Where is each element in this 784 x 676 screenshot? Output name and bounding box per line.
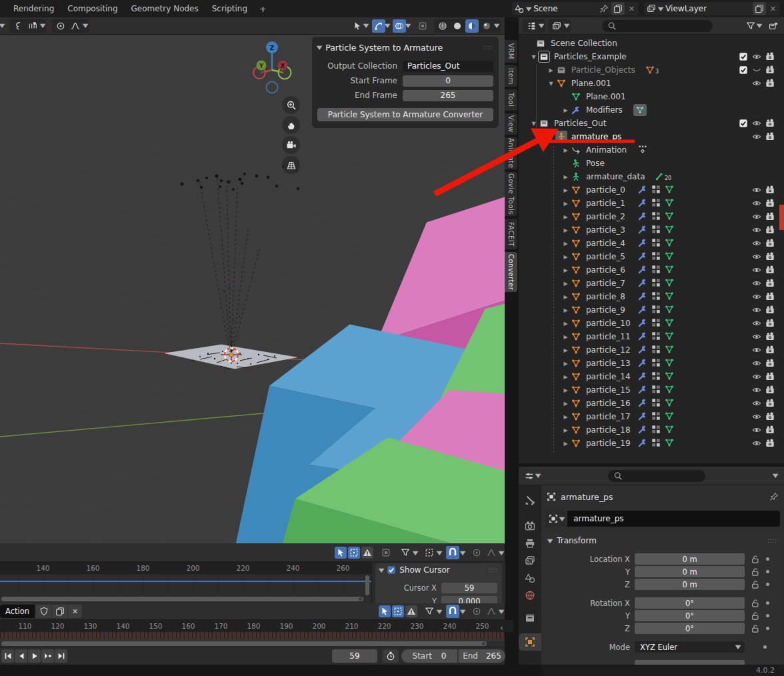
outliner-row-scene-collection[interactable]: Scene Collection (519, 37, 784, 50)
eye-icon[interactable] (752, 412, 761, 421)
expand-arrow-icon[interactable]: ▶ (561, 427, 570, 433)
outliner-row-particle[interactable]: ▶ particle_9 (519, 303, 784, 317)
previous-frame-button[interactable] (15, 649, 27, 663)
expand-arrow-icon[interactable]: ▶ (561, 227, 570, 233)
eye-icon[interactable] (752, 425, 761, 435)
camera-icon[interactable] (765, 345, 775, 355)
cursor-y-field[interactable]: 0.000 (441, 596, 497, 603)
scene-selector[interactable]: ▼ Scene ✕ (512, 2, 639, 15)
falloff-curve-icon[interactable] (485, 605, 498, 618)
outliner-display-mode[interactable]: ▼ (523, 19, 545, 33)
expand-arrow-icon[interactable]: ▶ (561, 107, 570, 113)
outliner-row-armature-ps[interactable]: ▼ armature_ps (519, 130, 784, 143)
collapse-icon[interactable]: ▼ (379, 567, 385, 573)
cursor-x-field[interactable]: 59 (441, 583, 497, 593)
eye-icon[interactable] (752, 439, 761, 448)
drag-handle-icon[interactable]: :::: (483, 44, 493, 51)
camera-icon[interactable] (765, 79, 775, 88)
toggle-ortho-button[interactable] (282, 156, 300, 174)
animate-dot[interactable] (766, 614, 769, 617)
proportional-editing-icon[interactable] (54, 19, 67, 33)
lock-open-icon[interactable] (751, 555, 760, 564)
outliner-row-particle[interactable]: ▶ particle_4 (519, 237, 784, 250)
tab-tool[interactable]: Tool (505, 89, 517, 111)
collapse-icon[interactable]: ▼ (547, 538, 553, 544)
camera-icon[interactable] (765, 119, 775, 128)
tab-item[interactable]: Item (505, 65, 517, 87)
expand-arrow-icon[interactable]: ▶ (561, 387, 570, 393)
lock-open-icon[interactable] (751, 567, 760, 577)
expand-arrow-icon[interactable]: ▶ (561, 241, 570, 247)
tab-faceit[interactable]: FACEIT (505, 219, 517, 249)
remove-viewlayer-icon[interactable]: ✕ (769, 5, 777, 13)
eye-icon[interactable] (752, 279, 761, 288)
camera-icon[interactable] (765, 372, 775, 381)
outliner-row-particle[interactable]: ▶ particle_13 (519, 357, 784, 370)
outliner-row-particle[interactable]: ▶ particle_16 (519, 397, 784, 410)
camera-icon[interactable] (765, 292, 775, 301)
pin-icon[interactable] (769, 492, 779, 501)
start-frame-field[interactable]: Start 0 (401, 649, 457, 663)
filter-icon[interactable] (399, 546, 412, 559)
camera-icon[interactable] (765, 332, 775, 341)
eye-icon[interactable] (752, 239, 761, 248)
box-select-icon[interactable] (392, 605, 404, 617)
tab-view[interactable]: View (505, 113, 517, 135)
warning-icon[interactable] (405, 605, 417, 617)
expand-arrow-icon[interactable]: ▶ (561, 321, 570, 327)
tab-govie-tools[interactable]: Govie Tools (505, 172, 517, 216)
eye-icon[interactable] (752, 385, 761, 395)
filter-icon[interactable] (423, 605, 436, 618)
outliner-row-particle-objects[interactable]: ▶ Particle_Objects 3 (519, 63, 784, 77)
camera-icon[interactable] (765, 239, 775, 248)
action-ruler[interactable]: 1101201301401501601701801902002102202302… (0, 620, 513, 632)
snapping-group[interactable]: ▼ (9, 19, 47, 33)
jump-to-end-button[interactable] (55, 649, 67, 663)
transform-value-field[interactable]: 0 m (635, 579, 745, 590)
warning-icon[interactable] (361, 547, 373, 559)
wireframe-shading-icon[interactable] (436, 19, 449, 33)
unlink-scene-icon[interactable]: ✕ (627, 5, 636, 13)
chevron-down-icon[interactable]: ▼ (83, 23, 89, 29)
fake-user-shield-icon[interactable] (36, 605, 51, 618)
outliner-row-particle[interactable]: ▶ particle_19 (519, 437, 784, 450)
rotation-mode-dropdown[interactable]: XYZ Euler ▼ (635, 641, 745, 653)
add-workspace-button[interactable]: + (254, 3, 272, 15)
gizmo-z-neg-ball[interactable] (267, 82, 278, 93)
rendered-shading-icon[interactable] (480, 19, 493, 33)
checkbox-icon[interactable] (739, 119, 748, 128)
dopesheet-channels[interactable] (0, 574, 371, 594)
dopesheet-hscrollbar[interactable] (1, 597, 363, 601)
next-keyframe-button[interactable] (41, 649, 54, 663)
select-cursor-icon[interactable] (335, 547, 347, 559)
expand-arrow-icon[interactable]: ▼ (529, 121, 538, 127)
eye-icon[interactable] (752, 359, 761, 368)
expand-arrow-icon[interactable]: ▶ (561, 201, 570, 207)
camera-icon[interactable] (765, 439, 775, 448)
eye-icon[interactable] (752, 252, 761, 261)
workspace-tab-scripting[interactable]: Scripting (205, 1, 254, 16)
expand-arrow-icon[interactable]: ▶ (561, 401, 570, 407)
outliner-row-particle[interactable]: ▶ particle_14 (519, 370, 784, 383)
eye-icon[interactable] (752, 199, 761, 208)
animate-dot[interactable] (766, 570, 769, 573)
chevron-down-icon[interactable]: ▼ (363, 23, 369, 29)
eye-icon[interactable] (752, 292, 761, 301)
outliner-row-particle[interactable]: ▶ particle_11 (519, 330, 784, 343)
object-name-field[interactable]: ▼ armature_ps (545, 511, 780, 527)
outliner-row-particle[interactable]: ▶ particle_5 (519, 250, 784, 263)
expand-arrow-icon[interactable]: ▶ (547, 67, 555, 73)
camera-icon[interactable] (765, 52, 775, 61)
camera-icon[interactable] (765, 279, 775, 288)
outliner-row-modifiers[interactable]: ▶ Modifiers (519, 103, 784, 117)
tab-render-icon[interactable] (519, 517, 541, 535)
move-view-tool-button[interactable] (282, 116, 300, 134)
chevron-down-icon[interactable]: ▼ (384, 23, 390, 29)
eye-icon[interactable] (752, 305, 761, 315)
action-name-field[interactable]: Action (0, 605, 35, 618)
chevron-down-icon[interactable]: ▼ (0, 23, 5, 29)
chevron-down-icon[interactable]: ▼ (413, 550, 419, 556)
camera-icon[interactable] (765, 359, 775, 368)
tab-animate[interactable]: Animate (505, 137, 517, 169)
filter-icon[interactable] (744, 19, 757, 33)
